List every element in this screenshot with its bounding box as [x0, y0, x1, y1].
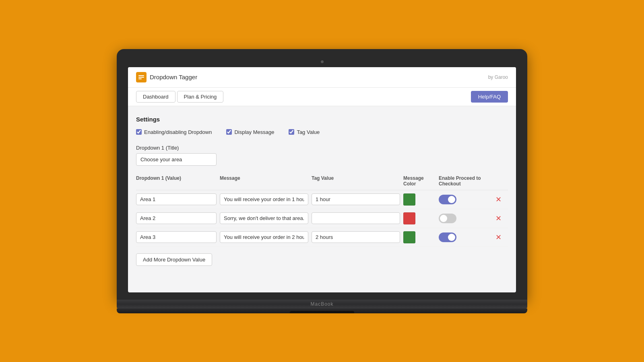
row1-value-input[interactable]: [136, 193, 217, 205]
table-row: ✕: [136, 209, 508, 228]
macbook-label: MacBook: [310, 301, 333, 307]
row1-toggle-cell: [439, 195, 487, 204]
row2-color-swatch[interactable]: [403, 212, 415, 224]
laptop-base: MacBook: [117, 300, 527, 309]
app-nav: Dashboard Plan & Pricing Help/FAQ: [128, 88, 516, 106]
app-logo-icon: [136, 72, 147, 82]
row3-toggle-cell: [439, 232, 487, 242]
screen-content: Dropdown Tagger by Garoo Dashboard Plan …: [128, 67, 516, 292]
settings-title: Settings: [136, 116, 508, 123]
dropdown-title-input[interactable]: [136, 153, 217, 166]
laptop-container: Dropdown Tagger by Garoo Dashboard Plan …: [117, 49, 527, 313]
checkbox-enabling-label: Enabling/disabling Dropdown: [144, 129, 212, 135]
row2-value-input[interactable]: [136, 212, 217, 224]
app-main: Settings Enabling/disabling Dropdown Dis…: [128, 106, 516, 276]
row1-tag-input[interactable]: [312, 193, 400, 205]
row3-toggle[interactable]: [439, 232, 456, 242]
row1-message-input[interactable]: [220, 193, 308, 205]
camera-dot: [321, 60, 324, 63]
svg-rect-2: [138, 78, 142, 79]
th-value: Dropdown 1 (Value): [136, 175, 217, 187]
row2-toggle[interactable]: [439, 214, 456, 223]
table-row: ✕: [136, 228, 508, 247]
row1-color-cell: [403, 193, 436, 206]
row3-delete-button[interactable]: ✕: [494, 234, 503, 241]
dropdown-title-label: Dropdown 1 (Title): [136, 145, 508, 151]
row3-delete-cell: ✕: [490, 234, 506, 241]
checkbox-display-message-input[interactable]: [226, 129, 232, 135]
screen-top-bar: [128, 60, 516, 63]
checkbox-enabling[interactable]: Enabling/disabling Dropdown: [136, 129, 212, 135]
svg-rect-1: [138, 77, 144, 78]
row1-color-swatch[interactable]: [403, 193, 415, 206]
help-faq-button[interactable]: Help/FAQ: [471, 91, 508, 103]
row2-tag-input[interactable]: [312, 212, 400, 224]
dropdown-title-field: Dropdown 1 (Title): [136, 145, 508, 166]
tab-dashboard[interactable]: Dashboard: [136, 91, 175, 103]
th-proceed: Enable Proceed toCheckout: [439, 175, 487, 187]
logo-area: Dropdown Tagger: [136, 72, 197, 82]
checkbox-display-message-label: Display Message: [234, 129, 274, 135]
row2-color-cell: [403, 212, 436, 224]
row3-tag-input[interactable]: [312, 231, 400, 243]
th-message: Message: [220, 175, 308, 187]
row2-toggle-cell: [439, 214, 487, 223]
row1-toggle[interactable]: [439, 195, 456, 204]
settings-checkboxes: Enabling/disabling Dropdown Display Mess…: [136, 129, 508, 135]
screen-bezel: Dropdown Tagger by Garoo Dashboard Plan …: [117, 49, 527, 300]
table-section: Dropdown 1 (Value) Message Tag Value Mes…: [136, 175, 508, 266]
app-header: Dropdown Tagger by Garoo: [128, 67, 516, 88]
th-tag: Tag Value: [312, 175, 400, 187]
app-title: Dropdown Tagger: [150, 74, 197, 80]
row2-message-input[interactable]: [220, 212, 308, 224]
checkbox-tag-value[interactable]: Tag Value: [289, 129, 320, 135]
row2-delete-button[interactable]: ✕: [494, 215, 503, 222]
checkbox-display-message[interactable]: Display Message: [226, 129, 274, 135]
nav-tabs: Dashboard Plan & Pricing: [136, 91, 223, 103]
by-garoo-label: by Garoo: [488, 74, 508, 80]
checkbox-enabling-input[interactable]: [136, 129, 142, 135]
row3-value-input[interactable]: [136, 231, 217, 243]
tab-plan-pricing[interactable]: Plan & Pricing: [177, 91, 224, 103]
svg-rect-0: [138, 75, 144, 76]
checkbox-tag-value-input[interactable]: [289, 129, 294, 135]
row1-delete-cell: ✕: [490, 196, 506, 203]
row2-delete-cell: ✕: [490, 215, 506, 222]
add-more-button[interactable]: Add More Dropdown Value: [136, 253, 212, 266]
row1-delete-button[interactable]: ✕: [494, 196, 503, 203]
row3-color-swatch[interactable]: [403, 231, 415, 243]
th-delete: [490, 175, 506, 187]
laptop-foot: [117, 309, 527, 313]
row3-color-cell: [403, 231, 436, 243]
table-row: ✕: [136, 190, 508, 209]
row3-message-input[interactable]: [220, 231, 308, 243]
table-header: Dropdown 1 (Value) Message Tag Value Mes…: [136, 175, 508, 190]
laptop-notch: [290, 311, 354, 313]
checkbox-tag-value-label: Tag Value: [297, 129, 320, 135]
th-color: MessageColor: [403, 175, 436, 187]
